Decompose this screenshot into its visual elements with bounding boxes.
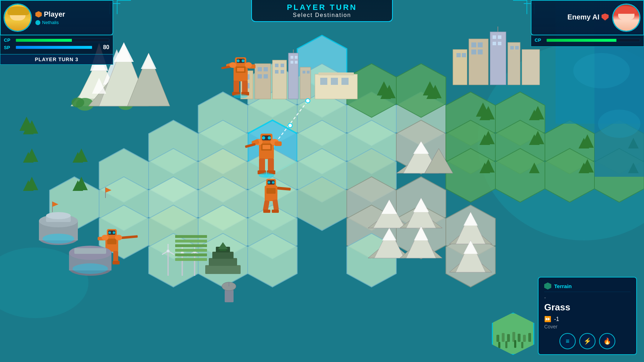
enemy-cp-label: CP <box>535 37 544 43</box>
sp-row: SP 80 <box>4 44 109 51</box>
enemy-cp-bar <box>546 39 640 42</box>
svg-rect-206 <box>268 158 274 172</box>
svg-rect-195 <box>263 145 270 149</box>
svg-rect-287 <box>502 333 505 342</box>
svg-rect-143 <box>291 61 293 64</box>
svg-point-192 <box>234 94 248 98</box>
movement-val: -1 <box>554 316 559 322</box>
svg-rect-138 <box>275 70 278 74</box>
enemy-name-row: Enemy AI <box>534 13 609 21</box>
right-panel: Enemy AI CP <box>531 0 644 47</box>
svg-rect-205 <box>259 158 265 172</box>
action-btn-1[interactable]: ≡ <box>559 333 576 349</box>
action-btn-3[interactable]: 🔥 <box>599 333 615 349</box>
svg-rect-212 <box>266 188 276 194</box>
terrain-movement-stat: ⏩ -1 <box>544 316 631 322</box>
info-panel: Terrain - Grass ⏩ -1 Cover ≡ ⚡ 🔥 <box>538 277 637 355</box>
svg-point-173 <box>306 99 310 103</box>
svg-rect-171 <box>522 49 540 85</box>
turn-text: PLAYER TURN 3 <box>35 57 79 62</box>
enemy-shield-icon <box>602 13 609 21</box>
svg-rect-223 <box>107 239 116 244</box>
svg-rect-131 <box>258 67 262 71</box>
cover-label: Cover <box>544 324 631 329</box>
faction-icon <box>35 20 40 25</box>
movement-icon: ⏩ <box>544 316 551 322</box>
svg-rect-276 <box>175 240 207 243</box>
faction-name: Nethalis <box>42 20 59 25</box>
svg-rect-294 <box>505 341 507 348</box>
corner-decoration-tl <box>117 0 131 14</box>
player-face <box>5 5 31 31</box>
terrain-preview <box>492 313 534 355</box>
svg-rect-295 <box>514 340 516 348</box>
svg-rect-188 <box>234 81 239 93</box>
terrain-preview-hex <box>492 313 534 355</box>
svg-rect-132 <box>264 67 268 71</box>
svg-rect-267 <box>209 258 237 266</box>
svg-rect-272 <box>225 290 234 302</box>
svg-rect-158 <box>471 42 476 47</box>
svg-rect-152 <box>341 78 349 85</box>
svg-point-231 <box>115 235 122 240</box>
enemy-face <box>613 5 639 31</box>
svg-point-186 <box>229 62 236 68</box>
player-info: Player Nethalis <box>35 10 110 25</box>
svg-rect-144 <box>295 61 298 64</box>
svg-rect-278 <box>175 249 207 252</box>
svg-point-249 <box>73 263 108 274</box>
svg-rect-280 <box>175 258 207 261</box>
svg-point-284 <box>598 110 640 138</box>
turn-header: PLAYER TURN Select Destination <box>251 0 393 22</box>
enemy-cp-row: CP <box>535 37 640 43</box>
cp-label: CP <box>4 37 13 43</box>
turn-sub: Select Destination <box>273 12 371 18</box>
svg-point-216 <box>272 181 275 184</box>
terrain-dash: - <box>544 295 631 300</box>
svg-rect-164 <box>493 35 496 39</box>
svg-rect-150 <box>320 78 327 85</box>
action-btn-2[interactable]: ⚡ <box>579 333 596 349</box>
svg-rect-151 <box>331 78 338 85</box>
player-name: Player <box>44 10 65 18</box>
left-panel: Player Nethalis CP SP 80 PLAYER TURN 3 <box>0 0 113 65</box>
svg-rect-291 <box>523 335 526 342</box>
svg-rect-277 <box>175 244 207 247</box>
svg-rect-130 <box>255 64 271 99</box>
svg-rect-156 <box>462 53 466 57</box>
svg-point-181 <box>237 59 240 62</box>
svg-rect-134 <box>264 74 268 78</box>
svg-point-198 <box>262 136 265 140</box>
terrain-title: Terrain <box>554 283 572 289</box>
svg-rect-288 <box>507 334 510 342</box>
svg-rect-290 <box>518 334 521 342</box>
svg-point-215 <box>268 181 270 184</box>
svg-rect-178 <box>237 68 244 71</box>
svg-rect-159 <box>478 42 483 47</box>
enemy-card: Enemy AI <box>531 0 644 35</box>
svg-rect-275 <box>175 235 207 238</box>
svg-rect-268 <box>212 252 234 259</box>
svg-rect-250 <box>74 248 106 254</box>
svg-rect-139 <box>281 70 284 74</box>
svg-rect-169 <box>510 46 514 49</box>
enemy-name: Enemy AI <box>568 13 599 21</box>
svg-rect-292 <box>528 333 531 342</box>
svg-rect-142 <box>295 56 298 59</box>
svg-rect-296 <box>521 342 523 348</box>
svg-point-182 <box>242 59 245 62</box>
cp-row: CP <box>4 37 109 43</box>
sp-value: 80 <box>95 44 109 51</box>
player-avatar <box>4 4 32 32</box>
player-card: Player Nethalis <box>0 0 113 35</box>
player-name-row: Player <box>35 10 110 18</box>
enemy-cp-bar-fill <box>547 39 616 42</box>
player-faction: Nethalis <box>35 20 110 25</box>
svg-rect-135 <box>272 60 287 99</box>
svg-rect-166 <box>493 42 496 45</box>
svg-point-243 <box>42 234 74 244</box>
faction-hex-icon <box>35 11 42 18</box>
svg-point-210 <box>264 171 269 177</box>
cp-bar <box>16 39 109 42</box>
sp-label: SP <box>4 45 13 50</box>
